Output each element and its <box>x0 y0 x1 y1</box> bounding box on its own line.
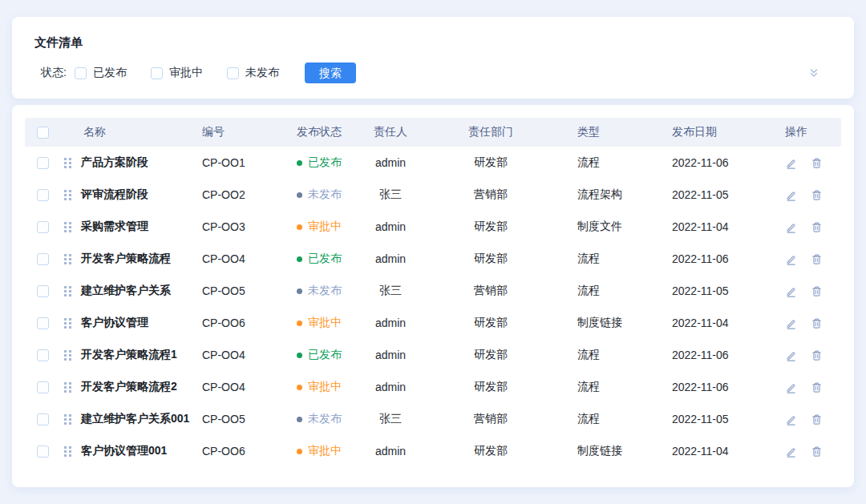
drag-handle-icon[interactable] <box>64 254 71 264</box>
file-table: 名称 编号 发布状态 责任人 责任部门 类型 发布日期 操作 产品方案阶段 CP… <box>12 105 854 487</box>
unpublished-checkbox[interactable] <box>227 67 239 79</box>
row-checkbox[interactable] <box>37 157 49 169</box>
drag-handle-icon[interactable] <box>64 222 71 232</box>
delete-icon[interactable] <box>811 317 823 329</box>
file-type: 制度链接 <box>551 444 672 458</box>
delete-icon[interactable] <box>811 253 823 265</box>
row-checkbox[interactable] <box>37 413 49 425</box>
search-button[interactable]: 搜索 <box>305 62 356 83</box>
filter-option-published[interactable]: 已发布 <box>75 66 127 80</box>
table-row: 客户协议管理 CP-OO6 审批中 admin 研发部 制度链接 2022-11… <box>25 307 841 339</box>
file-type: 流程 <box>551 252 672 266</box>
delete-icon[interactable] <box>811 413 823 425</box>
row-checkbox[interactable] <box>37 381 49 393</box>
status-text: 未发布 <box>308 412 342 426</box>
table-row: 开发客户策略流程1 CP-OO4 已发布 admin 研发部 流程 2022-1… <box>25 339 841 371</box>
file-code: CP-OO5 <box>200 284 294 297</box>
edit-icon[interactable] <box>785 381 797 393</box>
row-checkbox[interactable] <box>37 317 49 329</box>
department: 研发部 <box>431 220 551 234</box>
filter-option-unpublished[interactable]: 未发布 <box>227 66 279 80</box>
row-checkbox[interactable] <box>37 189 49 201</box>
table-header: 名称 编号 发布状态 责任人 责任部门 类型 发布日期 操作 <box>25 118 841 147</box>
file-name: 客户协议管理001 <box>81 444 167 458</box>
edit-icon[interactable] <box>785 317 797 329</box>
table-row: 开发客户策略流程 CP-OO4 已发布 admin 研发部 流程 2022-11… <box>25 243 841 275</box>
file-type: 流程 <box>551 380 672 394</box>
delete-icon[interactable] <box>811 446 823 458</box>
row-checkbox[interactable] <box>37 221 49 233</box>
publish-date: 2022-11-05 <box>672 284 785 297</box>
drag-handle-icon[interactable] <box>64 350 71 361</box>
file-type: 流程 <box>551 412 672 426</box>
row-checkbox[interactable] <box>37 349 49 361</box>
status-text: 已发布 <box>308 252 342 266</box>
edit-icon[interactable] <box>785 253 797 265</box>
department: 研发部 <box>431 316 551 330</box>
publish-date: 2022-11-04 <box>672 220 785 233</box>
publish-date: 2022-11-04 <box>672 317 785 329</box>
edit-icon[interactable] <box>785 157 797 169</box>
status-filter-label: 状态: <box>41 66 67 80</box>
row-checkbox[interactable] <box>37 253 49 265</box>
owner: 张三 <box>350 187 431 202</box>
drag-handle-icon[interactable] <box>64 414 71 425</box>
edit-icon[interactable] <box>785 349 797 361</box>
select-all-checkbox[interactable] <box>37 127 49 139</box>
delete-icon[interactable] <box>811 349 823 361</box>
drag-handle-icon[interactable] <box>64 446 71 457</box>
drag-handle-icon[interactable] <box>64 158 71 168</box>
status-text: 未发布 <box>308 187 342 202</box>
drag-handle-icon[interactable] <box>64 318 71 329</box>
edit-icon[interactable] <box>785 446 797 458</box>
file-type: 流程 <box>551 348 672 362</box>
edit-icon[interactable] <box>785 285 797 297</box>
column-header-dept: 责任部门 <box>431 125 551 139</box>
status-dot <box>297 224 302 230</box>
table-body: 产品方案阶段 CP-OO1 已发布 admin 研发部 流程 2022-11-0… <box>25 147 841 467</box>
row-checkbox[interactable] <box>37 446 49 458</box>
publish-date: 2022-11-05 <box>672 413 785 425</box>
status-dot <box>297 288 302 294</box>
file-code: CP-OO4 <box>200 252 294 265</box>
publish-date: 2022-11-05 <box>672 188 785 201</box>
pending-checkbox[interactable] <box>151 67 163 79</box>
published-checkbox-label: 已发布 <box>93 66 127 80</box>
department: 研发部 <box>431 155 551 170</box>
status-dot <box>297 353 302 358</box>
edit-icon[interactable] <box>785 221 797 233</box>
status-text: 审批中 <box>308 220 342 234</box>
file-type: 制度链接 <box>551 316 672 330</box>
delete-icon[interactable] <box>811 285 823 297</box>
file-name: 开发客户策略流程1 <box>81 348 177 362</box>
filter-row: 状态: 已发布 审批中 未发布 搜索 <box>22 62 832 83</box>
table-row: 产品方案阶段 CP-OO1 已发布 admin 研发部 流程 2022-11-0… <box>25 147 841 179</box>
department: 营销部 <box>431 284 551 298</box>
status-text: 审批中 <box>308 380 342 394</box>
delete-icon[interactable] <box>811 157 823 169</box>
table-row: 建立维护客户关系 CP-OO5 未发布 张三 营销部 流程 2022-11-05 <box>25 275 841 307</box>
page-title: 文件清单 <box>22 34 832 50</box>
chevron-double-down-icon[interactable] <box>807 67 820 79</box>
drag-handle-icon[interactable] <box>64 286 71 296</box>
delete-icon[interactable] <box>811 189 823 201</box>
drag-handle-icon[interactable] <box>64 190 71 200</box>
file-name: 评审流程阶段 <box>81 187 148 202</box>
drag-handle-icon[interactable] <box>64 382 71 393</box>
published-checkbox[interactable] <box>75 67 87 79</box>
status-text: 审批中 <box>308 444 342 458</box>
file-code: CP-OO4 <box>200 381 294 393</box>
row-checkbox[interactable] <box>37 285 49 297</box>
table-row: 客户协议管理001 CP-OO6 审批中 admin 研发部 制度链接 2022… <box>25 435 841 467</box>
delete-icon[interactable] <box>811 221 823 233</box>
filter-option-pending[interactable]: 审批中 <box>151 66 203 80</box>
edit-icon[interactable] <box>785 413 797 425</box>
table-row: 采购需求管理 CP-OO3 审批中 admin 研发部 制度文件 2022-11… <box>25 211 841 243</box>
edit-icon[interactable] <box>785 189 797 201</box>
status-dot <box>297 192 302 198</box>
file-type: 流程 <box>551 155 672 170</box>
table-row: 开发客户策略流程2 CP-OO4 审批中 admin 研发部 流程 2022-1… <box>25 371 841 403</box>
file-type: 流程架构 <box>551 187 672 202</box>
delete-icon[interactable] <box>811 381 823 393</box>
status-dot <box>297 449 302 454</box>
